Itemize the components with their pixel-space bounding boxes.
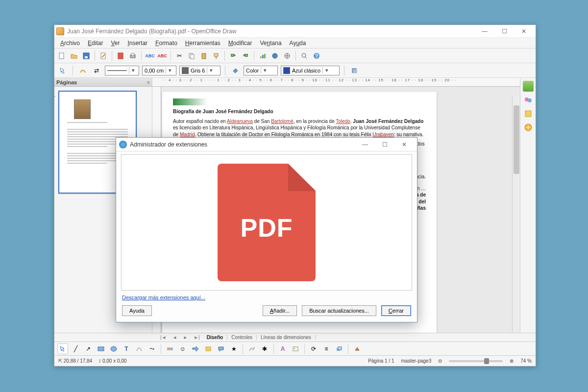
menu-ventana[interactable]: Ventana bbox=[256, 39, 286, 48]
extrusion-icon[interactable] bbox=[352, 343, 363, 354]
property-toolbar: ⇄ ▾ 0,00 cm▾ Gris 6▾ Color▾ Azul clásico… bbox=[54, 63, 536, 78]
menu-archivo[interactable]: AArchivorchivo bbox=[56, 39, 84, 48]
autocheck-icon[interactable]: ABC bbox=[157, 50, 168, 61]
ellipse-tool-icon[interactable] bbox=[108, 343, 119, 354]
line-pattern-combo[interactable]: ▾ bbox=[105, 66, 139, 75]
tab-nav-first[interactable]: |◄ bbox=[157, 335, 170, 340]
fontwork-icon[interactable]: A bbox=[277, 343, 288, 354]
menu-ver[interactable]: Ver bbox=[107, 39, 123, 48]
block-arrows-icon[interactable] bbox=[190, 343, 201, 354]
shadow-icon[interactable] bbox=[349, 65, 360, 76]
new-doc-icon[interactable] bbox=[56, 50, 67, 61]
navigator-icon[interactable] bbox=[282, 50, 293, 61]
stars-icon[interactable]: ★ bbox=[228, 343, 239, 354]
align-icon[interactable]: ≡ bbox=[321, 343, 332, 354]
chart-icon[interactable] bbox=[257, 50, 268, 61]
minimize-button[interactable]: — bbox=[475, 26, 494, 37]
svg-point-24 bbox=[528, 98, 532, 102]
menu-formato[interactable]: Formato bbox=[151, 39, 181, 48]
arrange-icon[interactable] bbox=[334, 343, 344, 354]
line-style-icon[interactable] bbox=[77, 65, 88, 76]
hyperlink-icon[interactable] bbox=[270, 50, 280, 61]
dialog-maximize-button[interactable]: ☐ bbox=[375, 139, 394, 150]
text-tool-icon[interactable]: T bbox=[121, 343, 132, 354]
spellcheck-icon[interactable]: ABC bbox=[145, 50, 155, 61]
line-tool-icon[interactable]: ╱ bbox=[70, 343, 81, 354]
svg-point-30 bbox=[170, 347, 173, 350]
tab-nav-prev[interactable]: ◄ bbox=[170, 335, 180, 340]
copy-icon[interactable] bbox=[186, 50, 197, 61]
check-updates-button[interactable]: Buscar actualizaciones... bbox=[302, 305, 376, 316]
thumb-page-number: 1 bbox=[54, 92, 55, 98]
svg-rect-31 bbox=[206, 347, 211, 351]
arrow-mode-icon[interactable] bbox=[57, 65, 68, 76]
open-icon[interactable] bbox=[69, 50, 79, 61]
fill-mode-combo[interactable]: Color▾ bbox=[244, 66, 278, 75]
svg-rect-9 bbox=[202, 53, 206, 59]
close-button[interactable]: ✕ bbox=[514, 26, 534, 37]
tab-controles[interactable]: Controles bbox=[227, 335, 257, 340]
add-button[interactable]: AAñadir...ñadir... bbox=[263, 305, 297, 316]
effects-icon[interactable] bbox=[523, 108, 534, 119]
status-master: master-page3 bbox=[401, 358, 432, 364]
styles-icon[interactable] bbox=[523, 95, 534, 105]
help-button[interactable]: Ayuda bbox=[122, 305, 152, 316]
dialog-minimize-button[interactable]: — bbox=[355, 139, 375, 150]
help-icon[interactable]: ? bbox=[311, 50, 322, 61]
panel-close-icon[interactable]: × bbox=[147, 79, 150, 85]
menu-insertar[interactable]: Insertar bbox=[123, 39, 151, 48]
connector-tool-icon[interactable]: ⤳ bbox=[147, 343, 157, 354]
cut-icon[interactable]: ✂ bbox=[174, 50, 185, 61]
zoom-slider[interactable] bbox=[449, 360, 503, 362]
export-pdf-icon[interactable] bbox=[115, 50, 126, 61]
line-color-combo[interactable]: Gris 6▾ bbox=[179, 66, 220, 75]
tab-nav-last[interactable]: ►| bbox=[191, 335, 203, 340]
from-file-icon[interactable] bbox=[290, 343, 301, 354]
zoom-icon[interactable] bbox=[299, 50, 310, 61]
curve-tool-icon[interactable] bbox=[134, 343, 145, 354]
symbol-shapes-icon[interactable]: ☺ bbox=[177, 343, 188, 354]
zoom-in-icon[interactable]: ⊕ bbox=[510, 358, 514, 364]
vertical-scrollbar[interactable] bbox=[512, 96, 520, 333]
fill-bucket-icon[interactable] bbox=[230, 65, 241, 76]
arrow-tool-icon[interactable]: ↗ bbox=[83, 343, 94, 354]
close-dialog-button[interactable]: CerrarCerrar bbox=[381, 305, 411, 316]
format-paint-icon[interactable] bbox=[211, 50, 221, 61]
download-extensions-link[interactable]: Descargar más extensiones aquí... bbox=[122, 294, 205, 300]
maximize-button[interactable]: ☐ bbox=[494, 26, 514, 37]
menu-editar[interactable]: Editar bbox=[84, 39, 107, 48]
svg-rect-29 bbox=[167, 347, 170, 350]
right-sidebar bbox=[520, 78, 536, 333]
tab-diseno[interactable]: Diseño bbox=[203, 335, 227, 340]
menu-modificar[interactable]: Modificar bbox=[224, 39, 256, 48]
gallery-icon[interactable] bbox=[523, 81, 534, 92]
rect-tool-icon[interactable] bbox=[96, 343, 106, 354]
flowchart-icon[interactable] bbox=[203, 343, 214, 354]
svg-rect-0 bbox=[59, 53, 64, 59]
print-icon[interactable] bbox=[127, 50, 138, 61]
arrow-style-icon[interactable]: ⇄ bbox=[91, 65, 102, 76]
svg-rect-35 bbox=[338, 347, 342, 350]
fill-color-combo[interactable]: Azul clásico▾ bbox=[281, 66, 340, 75]
save-icon[interactable] bbox=[81, 50, 92, 61]
callout-icon[interactable] bbox=[216, 343, 226, 354]
basic-shapes-icon[interactable] bbox=[165, 343, 175, 354]
menu-herramientas[interactable]: Herramientas bbox=[181, 39, 224, 48]
glue-points-icon[interactable]: ✱ bbox=[259, 343, 270, 354]
points-edit-icon[interactable] bbox=[246, 343, 257, 354]
menu-ayuda[interactable]: Ayuda bbox=[286, 39, 310, 48]
paste-icon[interactable] bbox=[198, 50, 209, 61]
edit-doc-icon[interactable] bbox=[98, 50, 109, 61]
select-tool-icon[interactable] bbox=[57, 343, 68, 354]
tab-nav-next[interactable]: ► bbox=[180, 335, 191, 340]
titlebar: Juan José Fernández Delgado (Biografía).… bbox=[54, 25, 536, 38]
app-icon bbox=[56, 27, 64, 35]
rotate-icon[interactable]: ⟳ bbox=[308, 343, 319, 354]
navigator-side-icon[interactable] bbox=[523, 122, 534, 133]
dialog-close-button[interactable]: ✕ bbox=[394, 139, 414, 150]
line-width-combo[interactable]: 0,00 cm▾ bbox=[142, 66, 176, 75]
zoom-out-icon[interactable]: ⊖ bbox=[438, 358, 442, 364]
tab-lineas[interactable]: Líneas de dimensiones bbox=[257, 335, 316, 340]
redo-icon[interactable] bbox=[240, 50, 251, 61]
undo-icon[interactable] bbox=[228, 50, 239, 61]
